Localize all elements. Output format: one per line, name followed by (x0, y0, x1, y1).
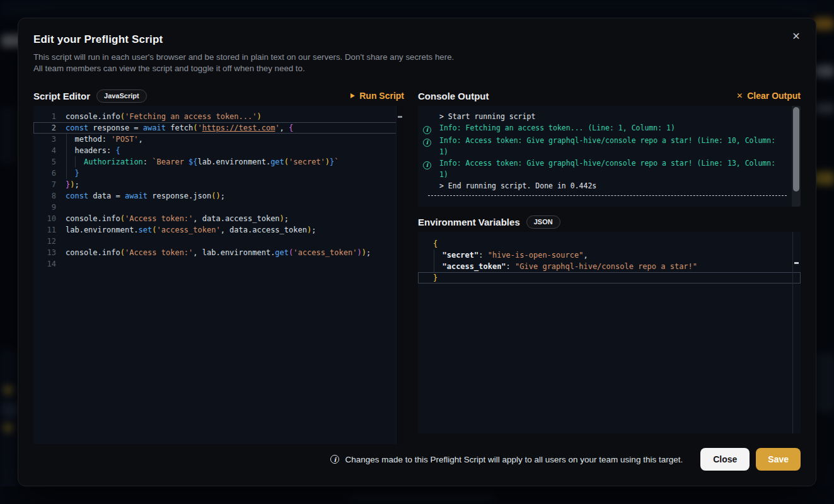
scrollbar-thumb[interactable] (793, 107, 799, 192)
code-line[interactable]: 6 } (33, 168, 404, 179)
indent-guide (434, 249, 434, 261)
run-script-button[interactable]: Run Script (350, 91, 404, 101)
console-entry-text: Info: Access token: Give graphql-hive/co… (439, 158, 775, 180)
code-line[interactable]: 1console.info('Fetching an access token.… (33, 111, 404, 122)
code-line[interactable]: } (418, 272, 801, 284)
code-token: { (115, 146, 120, 155)
line-number: 14 (33, 258, 56, 270)
page-title: Edit your Preflight Script (33, 33, 801, 46)
line-number: 10 (33, 213, 56, 224)
console-entry: iInfo: Access token: Give graphql-hive/c… (423, 135, 789, 158)
save-button[interactable]: Save (756, 448, 801, 471)
code-token: 'Access token:' (125, 248, 193, 257)
console-entry-text: Info: Fetching an access token... (Line:… (439, 122, 675, 135)
console-output-title: Console Output (418, 91, 489, 101)
code-line[interactable]: "access_token": "Give graphql-hive/conso… (418, 261, 801, 272)
console-entry-text: > Start running script (439, 111, 535, 122)
code-line[interactable]: 13console.info('Access token:', lab.envi… (33, 247, 404, 258)
code-token: "hive-is-open-source" (488, 251, 584, 260)
line-number: 7 (33, 179, 56, 190)
line-number: 2 (33, 122, 56, 134)
close-icon[interactable]: ✕ (788, 28, 804, 45)
code-token: console.info (66, 112, 120, 121)
code-token: const (66, 192, 88, 200)
code-token: ) (280, 214, 284, 223)
code-line[interactable]: 8const data = await response.json(); (33, 190, 404, 202)
code-token (66, 169, 74, 178)
line-number: 4 (33, 145, 56, 156)
modal-description: This script will run in each user's brow… (33, 52, 801, 74)
run-script-label: Run Script (359, 91, 404, 101)
code-line[interactable]: "secret": "hive-is-open-source", (418, 249, 801, 261)
code-token: response.json (148, 192, 211, 200)
code-line[interactable]: 2const response = await fetch('https://t… (33, 122, 404, 134)
code-token: , (280, 123, 289, 132)
console-scrollbar[interactable] (792, 106, 801, 207)
indent-guide (66, 145, 67, 156)
code-token: : (143, 158, 152, 166)
script-editor[interactable]: 1console.info('Fetching an access token.… (33, 106, 404, 444)
code-token: ; (221, 192, 225, 200)
code-token: ; (284, 214, 289, 223)
code-token: , data.access_token (193, 214, 279, 223)
code-token: get (270, 158, 284, 166)
info-circle-icon: i (423, 139, 431, 147)
editor-overview-ruler (396, 106, 404, 444)
info-circle-icon: i (423, 135, 439, 158)
modal-description-line1: This script will run in each user's brow… (33, 52, 801, 63)
code-line[interactable]: 5 Authorization: `Bearer ${lab.environme… (33, 156, 404, 168)
code-line[interactable]: 4 headers: { (33, 145, 404, 156)
code-token: ( (120, 112, 125, 121)
clear-output-label: Clear Output (747, 91, 801, 101)
console-entry: > Start running script (423, 111, 789, 122)
code-token: 'access_token' (157, 226, 221, 234)
javascript-badge: JavaScript (96, 89, 147, 103)
code-token: 'access_token' (293, 248, 357, 257)
code-token: lab.environment. (198, 158, 271, 166)
code-token: , (583, 251, 588, 260)
code-line[interactable]: 7}); (33, 179, 404, 190)
line-number: 1 (33, 111, 56, 122)
info-icon: i (330, 455, 339, 464)
code-token: 'POST' (111, 135, 138, 144)
line-number: 12 (33, 236, 56, 247)
code-token: ) (357, 248, 361, 257)
code-line[interactable]: 14 (33, 258, 404, 270)
close-button[interactable]: Close (700, 448, 750, 471)
code-token: : (506, 262, 515, 271)
line-number: 13 (33, 247, 56, 258)
indent-guide (434, 261, 434, 272)
line-number: 5 (33, 156, 56, 168)
indent-guide (66, 168, 67, 179)
code-token: ) (325, 158, 330, 166)
play-icon (350, 93, 355, 98)
code-token: console.info (66, 248, 120, 257)
code-line[interactable]: 9 (33, 202, 404, 213)
code-line[interactable]: 3 method: 'POST', (33, 134, 404, 145)
console-entry: iInfo: Fetching an access token... (Line… (423, 122, 789, 135)
console-separator (428, 195, 787, 196)
code-token: console.info (66, 214, 120, 223)
code-token: : (478, 251, 487, 260)
line-number: 8 (33, 190, 56, 202)
code-line[interactable]: 10console.info('Access token:', data.acc… (33, 213, 404, 224)
code-line[interactable]: { (418, 238, 801, 249)
line-number: 9 (33, 202, 56, 213)
clear-output-button[interactable]: ✕ Clear Output (736, 91, 801, 101)
indent-guide (66, 156, 67, 168)
code-token: response = (88, 123, 143, 132)
code-line[interactable]: 12 (33, 236, 404, 247)
code-token: Authorization (84, 158, 143, 166)
code-line[interactable]: 11lab.environment.set('access_token', da… (33, 224, 404, 236)
code-token: ( (152, 226, 156, 234)
code-token: ( (120, 248, 125, 257)
code-token: ` (334, 158, 339, 166)
environment-variables-editor[interactable]: { "secret": "hive-is-open-source", "acce… (418, 232, 801, 433)
footer-note: i Changes made to this Preflight Script … (330, 455, 683, 464)
code-token: "access_token" (442, 262, 506, 271)
code-token: 'Fetching an access token...' (125, 112, 257, 121)
code-token: 'secret' (289, 158, 325, 166)
console-entry-text: Info: Access token: Give graphql-hive/co… (439, 135, 775, 158)
code-token: "Give graphql-hive/console repo a star!" (515, 262, 697, 271)
info-circle-icon: i (423, 161, 431, 169)
